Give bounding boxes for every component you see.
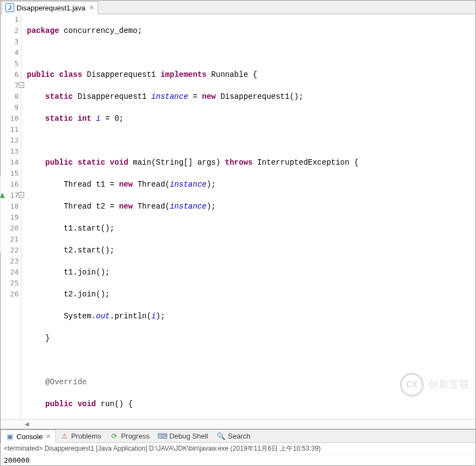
code-token: t1.start(); bbox=[27, 224, 115, 233]
code-token: instance bbox=[169, 180, 206, 189]
line-number: 24 bbox=[1, 267, 19, 278]
tab-problems[interactable]: ⚠ Problems bbox=[56, 430, 106, 443]
code-token: @Override bbox=[46, 378, 87, 386]
tab-label: Search bbox=[228, 432, 250, 440]
problems-icon: ⚠ bbox=[60, 432, 69, 441]
code-token: .println( bbox=[110, 312, 151, 321]
code-token: } bbox=[27, 334, 50, 343]
code-token: = 0; bbox=[100, 114, 123, 123]
code-token: ) bbox=[216, 158, 225, 167]
code-token: i bbox=[92, 114, 101, 123]
code-token: public bbox=[27, 400, 73, 408]
watermark: CX 创新互联 bbox=[400, 373, 470, 397]
code-token: package bbox=[27, 26, 59, 35]
tab-debug-shell[interactable]: ⌨ Debug Shell bbox=[154, 430, 213, 443]
progress-icon: ⟳ bbox=[110, 432, 119, 441]
code-token: Thread t2 = bbox=[27, 202, 119, 211]
code-token: t2.join(); bbox=[27, 290, 110, 299]
tab-label: Debug Shell bbox=[169, 432, 208, 440]
search-icon: 🔍 bbox=[217, 432, 225, 441]
code-token: concurrency_demo; bbox=[59, 26, 142, 35]
line-number: 14 bbox=[1, 157, 19, 168]
line-number: 17− bbox=[1, 190, 19, 201]
close-icon[interactable]: ✕ bbox=[46, 433, 51, 440]
code-token: InterruptedException { bbox=[253, 158, 359, 167]
watermark-text: 创新互联 bbox=[428, 379, 470, 390]
code-token: int bbox=[73, 114, 92, 123]
view-tab-bar: ▣ Console ✕ ⚠ Problems ⟳ Progress ⌨ Debu… bbox=[1, 430, 475, 443]
tab-label: Progress bbox=[121, 432, 150, 440]
code-token bbox=[27, 378, 46, 386]
tab-search[interactable]: 🔍 Search bbox=[212, 430, 254, 443]
watermark-logo-icon: CX bbox=[400, 373, 424, 397]
editor-tab-bar: J Disapperequest1.java ✕ bbox=[1, 1, 475, 14]
line-number: 5 bbox=[1, 58, 19, 69]
line-number: 25 bbox=[1, 278, 19, 289]
code-token: Disapperequest1 bbox=[82, 70, 161, 79]
line-number: 12 bbox=[1, 135, 19, 146]
line-number: 21 bbox=[1, 234, 19, 245]
code-token: ); bbox=[156, 312, 165, 321]
line-number: 4 bbox=[1, 47, 19, 58]
line-number: 6 bbox=[1, 69, 19, 80]
code-token: static bbox=[27, 114, 73, 123]
svg-marker-0 bbox=[1, 193, 5, 198]
line-number: 3 bbox=[1, 36, 19, 47]
code-token: instance bbox=[169, 202, 206, 211]
horizontal-scroll-hint[interactable]: ◀ bbox=[1, 419, 475, 429]
code-token: instance bbox=[151, 92, 188, 101]
line-number: 11 bbox=[1, 124, 19, 135]
code-token: implements bbox=[161, 70, 207, 79]
line-number: 15 bbox=[1, 168, 19, 179]
line-number: 9 bbox=[1, 102, 19, 113]
code-token: public bbox=[27, 158, 73, 167]
override-marker-icon[interactable] bbox=[1, 192, 6, 199]
code-token: out bbox=[96, 312, 110, 321]
line-number: 22 bbox=[1, 245, 19, 256]
code-token: new bbox=[119, 180, 133, 189]
tab-console[interactable]: ▣ Console ✕ bbox=[1, 430, 56, 443]
code-token: Thread( bbox=[133, 180, 169, 189]
debug-shell-icon: ⌨ bbox=[158, 432, 167, 441]
code-token: t1.join(); bbox=[27, 268, 110, 277]
console-output[interactable]: 200000 bbox=[1, 455, 475, 465]
editor-tab-active[interactable]: J Disapperequest1.java ✕ bbox=[2, 1, 98, 14]
code-token: main(String[] bbox=[128, 158, 197, 167]
code-token: Thread t1 = bbox=[27, 180, 119, 189]
line-number: 1 bbox=[1, 14, 19, 25]
line-number: 7− bbox=[1, 80, 19, 91]
java-file-icon: J bbox=[5, 3, 14, 12]
console-status-line: <terminated> Disapperequest1 [Java Appli… bbox=[1, 443, 475, 455]
line-number: 26 bbox=[1, 289, 19, 300]
code-token: args bbox=[197, 158, 216, 167]
line-number: 8 bbox=[1, 91, 19, 102]
line-number: 18 bbox=[1, 201, 19, 212]
code-token: run() { bbox=[96, 400, 133, 408]
code-token: System. bbox=[27, 312, 96, 321]
code-editor[interactable]: package concurrency_demo; public class D… bbox=[21, 14, 475, 419]
line-number: 19 bbox=[1, 212, 19, 223]
tab-label: Console bbox=[16, 433, 43, 441]
console-icon: ▣ bbox=[5, 432, 14, 441]
editor-body: 1 2 3 4 5 6 7− 8 9 10 11 12 13 14 15 16 … bbox=[1, 14, 475, 419]
code-token: void bbox=[73, 400, 96, 408]
line-number: 23 bbox=[1, 256, 19, 267]
code-token: class bbox=[54, 70, 82, 79]
code-token: Disapperequest1(); bbox=[216, 92, 304, 101]
code-token: static bbox=[73, 158, 105, 167]
close-icon[interactable]: ✕ bbox=[89, 4, 94, 12]
line-number: 13 bbox=[1, 146, 19, 157]
code-token: Runnable { bbox=[207, 70, 257, 79]
line-number: 2 bbox=[1, 25, 19, 36]
code-token: Disapperequest1 bbox=[73, 92, 151, 101]
left-arrow-icon: ◀ bbox=[25, 421, 29, 427]
code-token: static bbox=[27, 92, 73, 101]
code-token: new bbox=[202, 92, 216, 101]
line-number: 10 bbox=[1, 113, 19, 124]
line-number: 20 bbox=[1, 223, 19, 234]
bottom-panel: ▣ Console ✕ ⚠ Problems ⟳ Progress ⌨ Debu… bbox=[1, 429, 475, 465]
code-token: t2.start(); bbox=[27, 246, 115, 255]
tab-progress[interactable]: ⟳ Progress bbox=[106, 430, 154, 443]
code-token: void bbox=[105, 158, 128, 167]
code-token: public bbox=[27, 70, 54, 79]
